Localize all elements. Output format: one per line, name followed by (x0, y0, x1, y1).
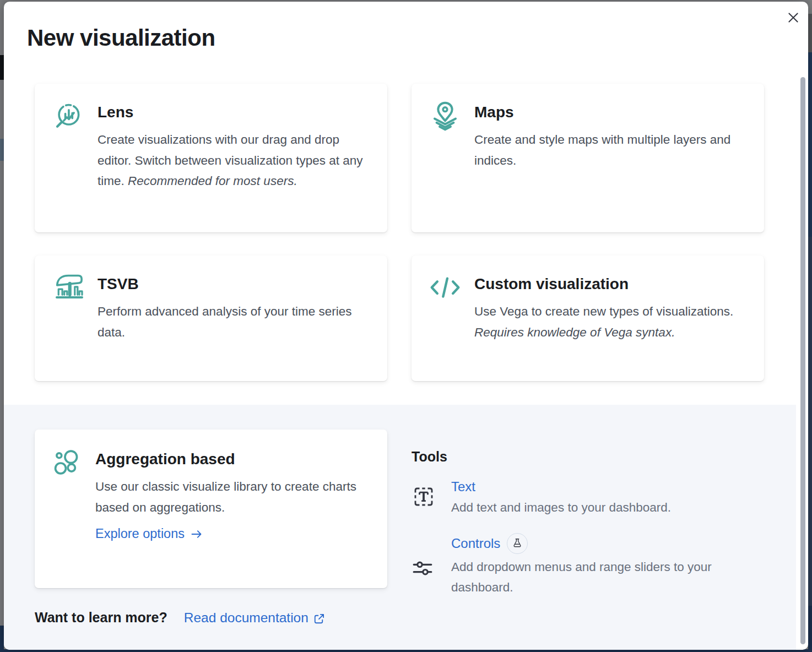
card-description: Use our classic visualize library to cre… (95, 476, 370, 518)
card-description: Perform advanced analysis of your time s… (98, 301, 370, 343)
sliders-icon (412, 557, 434, 579)
visualization-type-grid: Lens Create visualizations with our drag… (35, 84, 764, 381)
background-app-right-edge (808, 0, 812, 652)
maps-icon (429, 100, 461, 132)
card-description: Use Vega to create new types of visualiz… (474, 301, 746, 343)
card-maps[interactable]: Maps Create and style maps with multiple… (412, 84, 764, 232)
card-title: Custom visualization (474, 275, 746, 293)
text-tool-icon (413, 486, 435, 508)
modal-title: New visualization (27, 25, 215, 51)
tools-section: Tools Text Add text and images to you (412, 449, 782, 597)
tool-row-text: Text Add text and images to your dashboa… (412, 479, 782, 518)
arrow-right-icon (190, 528, 203, 541)
card-title: Aggregation based (95, 450, 370, 468)
lens-icon (52, 100, 84, 132)
card-title: TSVB (98, 275, 370, 293)
tsvb-icon (52, 272, 84, 304)
modal-footer: Aggregation based Use our classic visual… (4, 405, 796, 650)
modal-scrollbar-thumb[interactable] (800, 77, 805, 644)
card-lens[interactable]: Lens Create visualizations with our drag… (35, 84, 387, 232)
aggregation-icon (52, 448, 82, 478)
close-button[interactable] (784, 8, 803, 27)
learn-more-prompt: Want to learn more? (35, 610, 167, 626)
controls-tool-link[interactable]: Controls (451, 536, 500, 551)
learn-more-row: Want to learn more? Read documentation (35, 610, 325, 626)
read-documentation-label: Read documentation (184, 610, 308, 626)
new-visualization-modal: New visualization Lens Create visualizat… (4, 2, 808, 650)
explore-options-label: Explore options (95, 526, 185, 541)
card-custom-visualization[interactable]: Custom visualization Use Vega to create … (412, 256, 764, 381)
tools-heading: Tools (412, 449, 782, 465)
card-description: Create visualizations with our drag and … (98, 129, 370, 192)
explore-options-link[interactable]: Explore options (95, 526, 203, 541)
technical-preview-badge[interactable] (507, 533, 528, 554)
card-title: Lens (98, 104, 370, 121)
background-app-left-edge (0, 0, 4, 652)
external-link-icon (313, 611, 325, 624)
card-tsvb[interactable]: TSVB Perform advanced analysis of your t… (35, 256, 387, 381)
code-icon (429, 272, 461, 304)
beaker-lab-icon (511, 537, 523, 550)
text-tool-description: Add text and images to your dashboard. (451, 497, 671, 518)
controls-tool-description: Add dropdown menus and range sliders to … (451, 557, 771, 597)
card-description: Create and style maps with multiple laye… (474, 129, 746, 171)
text-tool-link[interactable]: Text (451, 479, 475, 494)
card-title: Maps (474, 104, 746, 121)
close-icon (786, 10, 800, 25)
card-aggregation-based[interactable]: Aggregation based Use our classic visual… (35, 430, 387, 588)
read-documentation-link[interactable]: Read documentation (184, 610, 325, 626)
tool-row-controls: Controls Add dropdown menus and (412, 533, 782, 597)
